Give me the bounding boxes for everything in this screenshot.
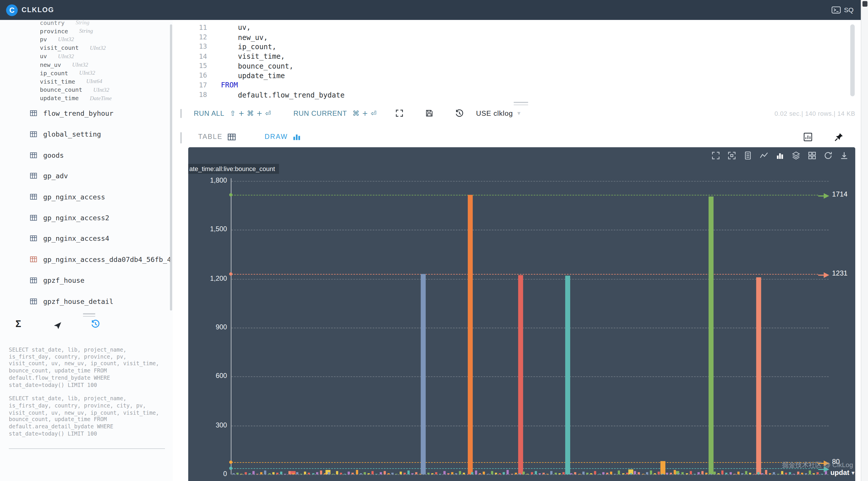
chart-bar[interactable] (565, 276, 570, 474)
watermark: 掘金技术社区 @ ClkLog (782, 460, 853, 470)
small-bar (324, 473, 326, 474)
column-row[interactable]: ip_countUInt32 (0, 69, 173, 77)
small-bar (463, 473, 465, 474)
pane-splitter[interactable] (181, 132, 182, 143)
small-bar (407, 470, 409, 474)
pane-splitter[interactable] (181, 109, 182, 118)
editor-line[interactable]: 12 new_uv, (188, 32, 861, 42)
small-bar (558, 474, 561, 474)
run-current-button[interactable]: RUN CURRENT⌘ + ⏎ (293, 100, 377, 126)
table-item[interactable]: flow_trend_byhour (0, 103, 173, 124)
axis-marker-dot (229, 193, 232, 196)
chevron-down-icon: ▾ (518, 110, 521, 117)
tab-table[interactable]: TABLE (198, 126, 236, 147)
small-bar (547, 474, 549, 474)
editor-line[interactable]: 14 visit_time, (188, 52, 861, 61)
small-bar (467, 474, 469, 474)
table-item[interactable]: gp_adv (0, 165, 173, 186)
chart-bar[interactable] (756, 277, 762, 474)
column-row[interactable]: visit_timeUInt64 (0, 77, 173, 85)
sidebar-footer: Σ (0, 318, 173, 334)
run-all-button[interactable]: RUN ALL⇧ + ⌘ + ⏎ (194, 100, 271, 126)
editor-line[interactable]: 17FROM (188, 80, 861, 90)
history-query-item[interactable]: SELECT stat_date, lib, project_name, is_… (9, 346, 167, 389)
chart-bar[interactable] (709, 196, 714, 474)
column-row[interactable]: pvUInt32 (0, 35, 173, 43)
chart-bar[interactable] (421, 274, 426, 474)
sidebar-scrollbar[interactable] (170, 24, 172, 311)
y-tick-label: 900 (189, 323, 227, 331)
clklog-logo-icon[interactable]: C (6, 4, 18, 15)
pin-icon[interactable] (834, 126, 844, 147)
code-text: update_time (211, 71, 285, 80)
small-bar (272, 472, 275, 474)
column-row[interactable]: provinceString (0, 27, 173, 35)
editor-scrollbar[interactable] (850, 24, 855, 96)
save-icon[interactable] (425, 100, 434, 126)
line-number: 15 (188, 62, 211, 70)
small-bar (606, 473, 609, 474)
small-bar (503, 472, 505, 474)
small-bar (781, 471, 783, 474)
small-bar (725, 473, 727, 474)
editor-line[interactable]: 13 ip_count, (188, 42, 861, 52)
small-bar (360, 474, 362, 474)
topbar-right-label[interactable]: SQ (844, 6, 854, 14)
x-axis-field-select[interactable]: updat ▾ (830, 469, 855, 477)
column-name: new_uv (40, 61, 61, 68)
line-number: 17 (188, 81, 211, 89)
editor-line[interactable]: 15 bounce_count, (188, 61, 861, 71)
small-bar (443, 471, 445, 474)
small-bar (455, 474, 457, 474)
small-bar (734, 474, 736, 474)
small-bar (336, 471, 338, 474)
table-item[interactable]: gp_nginx_access_dda07db4_56fb_4 (0, 249, 173, 270)
page-scrollbar-thumb[interactable] (862, 1, 867, 7)
column-type: UInt64 (86, 78, 102, 84)
send-query-icon[interactable] (53, 321, 62, 332)
chart-bar[interactable] (518, 275, 523, 474)
editor-resize-handle[interactable] (514, 102, 528, 107)
tab-draw[interactable]: DRAW (265, 126, 301, 147)
small-bar (686, 473, 688, 474)
table-item[interactable]: gpzf_house (0, 270, 173, 291)
small-bar (721, 471, 723, 475)
small-bar (753, 474, 755, 474)
column-row[interactable]: uvUInt32 (0, 52, 173, 60)
chart-settings-icon[interactable] (803, 126, 813, 147)
query-history-icon[interactable] (91, 320, 100, 331)
table-item[interactable]: gp_nginx_access (0, 186, 173, 207)
small-bar (475, 471, 477, 474)
history-icon[interactable] (455, 100, 464, 126)
chart-bar[interactable] (468, 195, 473, 474)
column-row[interactable]: new_uvUInt32 (0, 60, 173, 69)
column-type: DateTime (90, 95, 112, 101)
aggregate-sigma-icon[interactable]: Σ (16, 319, 22, 330)
table-item[interactable]: gp_nginx_access2 (0, 207, 173, 228)
table-item[interactable]: gpzf_house_detail (0, 291, 173, 312)
editor-line[interactable]: 16 update_time (188, 71, 861, 80)
chart-bar[interactable] (660, 461, 665, 474)
small-bar (574, 472, 577, 474)
small-bar (562, 472, 565, 474)
page-scrollbar[interactable] (861, 0, 868, 481)
code-text: bounce_count, (211, 62, 293, 70)
sql-console-icon[interactable] (831, 6, 841, 14)
sql-editor[interactable]: 11 uv,12 new_uv,13 ip_count,14 visit_tim… (188, 20, 861, 103)
table-item[interactable]: global_setting (0, 124, 173, 145)
column-row[interactable]: bounce_countUInt32 (0, 85, 173, 94)
editor-line[interactable]: 18 default.flow_trend_bydate (188, 90, 861, 100)
editor-line[interactable]: 11 uv, (188, 23, 861, 32)
history-query-item[interactable]: SELECT stat_date, lib, project_name, is_… (9, 395, 167, 438)
fullscreen-icon[interactable] (395, 100, 404, 126)
table-icon (30, 172, 37, 180)
table-item[interactable]: goods (0, 145, 173, 165)
column-row[interactable]: visit_countUInt32 (0, 43, 173, 52)
query-history-list: SELECT stat_date, lib, project_name, is_… (9, 346, 167, 444)
small-bar (237, 473, 239, 474)
column-row[interactable]: update_timeDateTime (0, 94, 173, 102)
small-bar (439, 474, 441, 474)
table-icon (30, 235, 37, 242)
small-bar (542, 473, 545, 474)
table-item[interactable]: gp_nginx_access4 (0, 228, 173, 249)
